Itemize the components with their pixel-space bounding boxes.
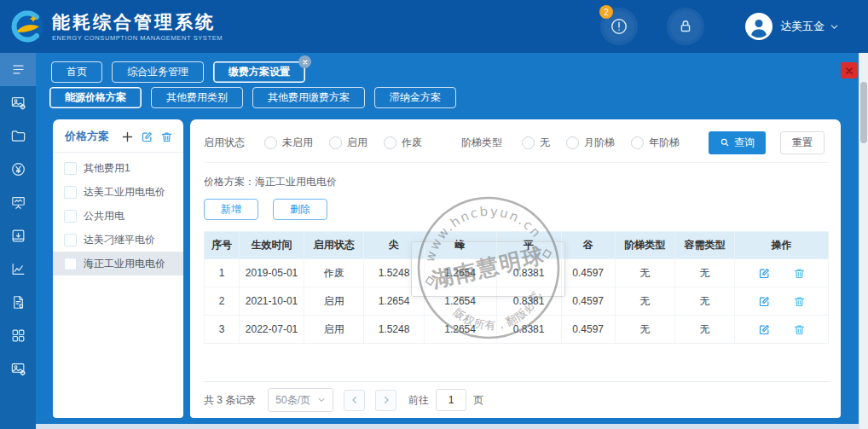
scheme-item-label: 达美刁继平电价 <box>84 233 155 247</box>
folder-download-icon <box>10 228 26 244</box>
ladder-type-radio[interactable]: 无 <box>522 136 550 150</box>
delete-button[interactable]: 删除 <box>273 199 327 220</box>
close-workspace-button[interactable] <box>841 62 857 78</box>
pagination-bar: 共 3 条记录 50条/页 前往 页 <box>204 381 829 418</box>
delete-icon[interactable] <box>793 323 806 336</box>
lock-button[interactable] <box>670 11 701 42</box>
sidebar-item-2[interactable] <box>0 86 36 119</box>
search-icon <box>720 137 730 148</box>
table-cell: 3 <box>205 316 240 344</box>
sidebar-item-7[interactable] <box>0 252 36 286</box>
scheme-checkbox[interactable] <box>64 258 77 270</box>
secondary-tab[interactable]: 滞纳金方案 <box>374 87 456 108</box>
add-button[interactable]: 新增 <box>204 199 258 220</box>
ladder-type-radio[interactable]: 月阶梯 <box>566 136 615 150</box>
scheme-checkbox[interactable] <box>64 186 77 199</box>
table-cell: 启用 <box>304 287 364 316</box>
image-gear-icon <box>10 95 26 111</box>
table-cell: 1.2654 <box>424 316 496 344</box>
delete-icon[interactable] <box>793 295 806 308</box>
scheme-panel-title: 价格方案 <box>65 129 121 144</box>
horizontal-scrollbar[interactable] <box>36 424 859 429</box>
sidebar-item-4[interactable] <box>0 153 36 186</box>
tab-label: 缴费方案设置 <box>229 65 290 79</box>
table-cell: 0.4597 <box>561 316 615 344</box>
table-cell: 2022-07-01 <box>239 316 304 344</box>
user-menu[interactable]: 达美五金 <box>745 13 839 40</box>
sidebar-item-6[interactable] <box>0 219 36 252</box>
table-cell: 无 <box>674 316 734 344</box>
menu-list-icon <box>10 61 26 78</box>
edit-scheme-icon[interactable] <box>141 130 153 143</box>
scheme-list-item[interactable]: 公共用电 <box>53 204 183 228</box>
sidebar-item-1[interactable] <box>0 53 36 86</box>
delete-scheme-icon[interactable] <box>160 130 173 143</box>
table-cell: 1.2654 <box>424 287 496 316</box>
table-cell: 0.4597 <box>561 259 615 287</box>
sidebar-item-10[interactable] <box>0 352 36 386</box>
table-row: 32022-07-01启用1.52481.26540.83810.4597无无 <box>205 316 829 344</box>
edit-icon[interactable] <box>758 323 771 336</box>
vertical-scrollbar-thumb[interactable] <box>860 82 867 143</box>
edit-icon[interactable] <box>758 295 771 308</box>
scheme-list-item[interactable]: 达美刁继平电价 <box>53 228 183 252</box>
table-cell: 启用 <box>304 316 364 344</box>
secondary-tab[interactable]: 其他费用类别 <box>151 87 243 108</box>
column-header: 启用状态 <box>304 232 364 259</box>
tab-label: 首页 <box>67 65 87 79</box>
next-page-button[interactable] <box>375 390 396 411</box>
radio-label: 无 <box>540 136 550 150</box>
primary-tab[interactable]: 首页 <box>51 61 102 83</box>
enable-status-radio[interactable]: 启用 <box>329 136 367 150</box>
reset-button[interactable]: 重置 <box>780 131 825 154</box>
prev-page-button[interactable] <box>344 390 365 411</box>
exclamation-circle-icon <box>610 17 628 36</box>
table-cell: 1.5248 <box>364 259 424 287</box>
scheme-checkbox[interactable] <box>64 162 77 175</box>
scheme-panel: 价格方案 其他费用1达美工业用电电价公共用电达美刁继平电价海正工业用电电价 <box>53 119 183 418</box>
search-button[interactable]: 查询 <box>709 131 766 154</box>
sidebar-item-8[interactable] <box>0 286 36 319</box>
scheme-checkbox[interactable] <box>64 234 77 246</box>
sidebar-item-3[interactable] <box>0 119 36 153</box>
primary-tabs: 首页综合业务管理缴费方案设置 <box>51 61 305 83</box>
goto-page-input[interactable] <box>436 389 466 411</box>
ladder-type-radio[interactable]: 年阶梯 <box>631 136 680 150</box>
primary-tab[interactable]: 缴费方案设置 <box>213 61 305 83</box>
column-header: 谷 <box>561 232 615 259</box>
table-cell: 0.8381 <box>496 316 561 344</box>
radio-label: 作废 <box>402 136 422 150</box>
current-scheme-line: 价格方案：海正工业用电电价 <box>204 175 829 189</box>
currency-yen-icon <box>10 161 26 177</box>
secondary-tab[interactable]: 能源价格方案 <box>49 87 142 108</box>
add-scheme-icon[interactable] <box>121 130 134 143</box>
sidebar-item-9[interactable] <box>0 319 36 352</box>
table-cell: 2021-10-01 <box>239 287 304 316</box>
column-header: 操作 <box>735 232 829 259</box>
secondary-tab[interactable]: 其他费用缴费方案 <box>252 87 365 108</box>
grid-icon <box>10 328 26 344</box>
column-header: 生效时间 <box>239 232 304 259</box>
app-logo-icon <box>10 9 44 43</box>
vertical-scrollbar[interactable] <box>859 53 868 429</box>
sidebar <box>0 53 36 429</box>
primary-tab[interactable]: 综合业务管理 <box>112 61 204 83</box>
main-panel: 启用状态 未启用启用作废 阶梯类型 无月阶梯年阶梯 查询 重置 价格方案：海正工… <box>190 119 841 418</box>
radio-icon <box>329 136 342 149</box>
enable-status-radio[interactable]: 未启用 <box>264 136 313 150</box>
sidebar-item-5[interactable] <box>0 186 36 219</box>
scheme-list-item[interactable]: 海正工业用电电价 <box>53 252 183 275</box>
scheme-checkbox[interactable] <box>64 210 77 223</box>
scheme-item-label: 海正工业用电电价 <box>84 257 165 271</box>
notification-button[interactable]: 2 <box>604 11 634 42</box>
close-tab-icon[interactable] <box>298 55 311 68</box>
scheme-list-item[interactable]: 达美工业用电电价 <box>53 180 183 204</box>
edit-icon[interactable] <box>758 267 771 280</box>
page-size-select[interactable]: 50条/页 <box>268 388 333 412</box>
delete-icon[interactable] <box>793 267 806 280</box>
scheme-list-item[interactable]: 其他费用1 <box>53 156 183 180</box>
tab-label: 滞纳金方案 <box>390 90 441 105</box>
column-header: 阶梯类型 <box>615 232 674 259</box>
enable-status-radio[interactable]: 作废 <box>384 136 422 150</box>
content-area: 首页综合业务管理缴费方案设置 能源价格方案其他费用类别其他费用缴费方案滞纳金方案… <box>36 53 859 424</box>
